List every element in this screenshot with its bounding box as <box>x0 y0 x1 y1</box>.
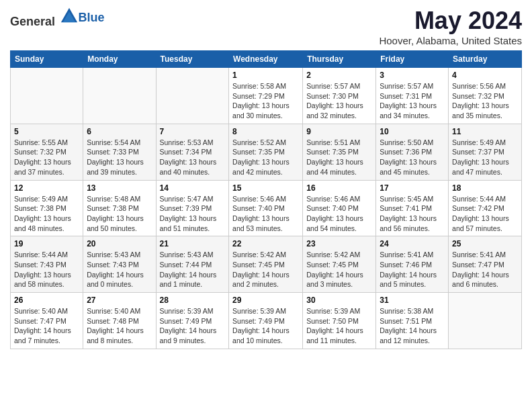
day-number: 31 <box>380 295 445 305</box>
logo: General Blue <box>10 7 105 29</box>
weekday-header: Monday <box>83 51 156 68</box>
day-info: Sunrise: 5:55 AMSunset: 7:32 PMDaylight:… <box>14 138 79 177</box>
weekday-header: Tuesday <box>156 51 229 68</box>
day-number: 7 <box>160 127 226 136</box>
day-info: Sunrise: 5:50 AMSunset: 7:36 PMDaylight:… <box>380 138 445 177</box>
day-number: 23 <box>306 239 372 248</box>
day-number: 2 <box>306 71 372 80</box>
calendar-day-cell: 23Sunrise: 5:42 AMSunset: 7:45 PMDayligh… <box>303 236 376 293</box>
weekday-header: Saturday <box>449 51 522 68</box>
calendar-day-cell: 11Sunrise: 5:49 AMSunset: 7:37 PMDayligh… <box>449 124 522 180</box>
page-header: General Blue May 2024 Hoover, Alabama, U… <box>10 7 522 46</box>
calendar-header-row: SundayMondayTuesdayWednesdayThursdayFrid… <box>11 51 522 68</box>
day-number: 1 <box>232 71 299 80</box>
weekday-header: Thursday <box>303 51 376 68</box>
day-number: 17 <box>380 183 445 193</box>
calendar-day-cell: 12Sunrise: 5:49 AMSunset: 7:38 PMDayligh… <box>11 180 83 236</box>
day-number: 8 <box>232 127 299 136</box>
calendar-day-cell: 5Sunrise: 5:55 AMSunset: 7:32 PMDaylight… <box>11 124 83 180</box>
location: Hoover, Alabama, United States <box>379 35 522 46</box>
day-info: Sunrise: 5:46 AMSunset: 7:40 PMDaylight:… <box>306 194 372 234</box>
day-info: Sunrise: 5:39 AMSunset: 7:50 PMDaylight:… <box>306 306 372 346</box>
day-number: 28 <box>160 295 226 305</box>
calendar-day-cell: 21Sunrise: 5:43 AMSunset: 7:44 PMDayligh… <box>156 236 229 293</box>
day-info: Sunrise: 5:40 AMSunset: 7:47 PMDaylight:… <box>14 306 79 346</box>
calendar-week-row: 12Sunrise: 5:49 AMSunset: 7:38 PMDayligh… <box>11 180 522 236</box>
calendar-day-cell: 19Sunrise: 5:44 AMSunset: 7:43 PMDayligh… <box>11 236 83 293</box>
day-number: 14 <box>160 183 226 193</box>
day-number: 15 <box>232 183 299 193</box>
day-info: Sunrise: 5:44 AMSunset: 7:43 PMDaylight:… <box>14 250 79 289</box>
day-number: 6 <box>87 127 152 136</box>
month-title: May 2024 <box>379 7 522 35</box>
day-number: 27 <box>87 295 152 305</box>
day-number: 18 <box>452 183 518 193</box>
day-info: Sunrise: 5:47 AMSunset: 7:39 PMDaylight:… <box>160 194 226 234</box>
calendar-day-cell: 3Sunrise: 5:57 AMSunset: 7:31 PMDaylight… <box>376 68 449 124</box>
calendar-day-cell: 2Sunrise: 5:57 AMSunset: 7:30 PMDaylight… <box>303 68 376 124</box>
calendar-day-cell: 28Sunrise: 5:39 AMSunset: 7:49 PMDayligh… <box>156 293 229 349</box>
day-number: 26 <box>14 295 79 305</box>
day-number: 20 <box>87 239 152 248</box>
day-info: Sunrise: 5:43 AMSunset: 7:44 PMDaylight:… <box>160 250 226 289</box>
day-info: Sunrise: 5:42 AMSunset: 7:45 PMDaylight:… <box>306 250 372 289</box>
calendar-day-cell: 26Sunrise: 5:40 AMSunset: 7:47 PMDayligh… <box>11 293 83 349</box>
day-number: 16 <box>306 183 372 193</box>
calendar-day-cell: 18Sunrise: 5:44 AMSunset: 7:42 PMDayligh… <box>449 180 522 236</box>
day-info: Sunrise: 5:57 AMSunset: 7:30 PMDaylight:… <box>306 81 372 121</box>
calendar-day-cell: 8Sunrise: 5:52 AMSunset: 7:35 PMDaylight… <box>229 124 303 180</box>
day-info: Sunrise: 5:40 AMSunset: 7:48 PMDaylight:… <box>87 306 152 346</box>
calendar-week-row: 26Sunrise: 5:40 AMSunset: 7:47 PMDayligh… <box>11 293 522 349</box>
day-number: 24 <box>380 239 445 248</box>
day-number: 29 <box>232 295 299 305</box>
day-number: 12 <box>14 183 79 193</box>
calendar-day-cell <box>11 68 83 124</box>
calendar-day-cell <box>83 68 156 124</box>
day-number: 5 <box>14 127 79 136</box>
calendar-day-cell: 16Sunrise: 5:46 AMSunset: 7:40 PMDayligh… <box>303 180 376 236</box>
day-info: Sunrise: 5:51 AMSunset: 7:35 PMDaylight:… <box>306 138 372 177</box>
calendar-day-cell: 6Sunrise: 5:54 AMSunset: 7:33 PMDaylight… <box>83 124 156 180</box>
day-number: 21 <box>160 239 226 248</box>
calendar-day-cell: 22Sunrise: 5:42 AMSunset: 7:45 PMDayligh… <box>229 236 303 293</box>
day-number: 11 <box>452 127 518 136</box>
weekday-header: Sunday <box>11 51 83 68</box>
weekday-header: Friday <box>376 51 449 68</box>
day-info: Sunrise: 5:39 AMSunset: 7:49 PMDaylight:… <box>232 306 299 346</box>
day-info: Sunrise: 5:49 AMSunset: 7:37 PMDaylight:… <box>452 138 518 177</box>
calendar-day-cell: 27Sunrise: 5:40 AMSunset: 7:48 PMDayligh… <box>83 293 156 349</box>
calendar-day-cell: 29Sunrise: 5:39 AMSunset: 7:49 PMDayligh… <box>229 293 303 349</box>
day-number: 25 <box>452 239 518 248</box>
calendar-day-cell: 30Sunrise: 5:39 AMSunset: 7:50 PMDayligh… <box>303 293 376 349</box>
calendar-day-cell: 7Sunrise: 5:53 AMSunset: 7:34 PMDaylight… <box>156 124 229 180</box>
day-number: 22 <box>232 239 299 248</box>
calendar-week-row: 5Sunrise: 5:55 AMSunset: 7:32 PMDaylight… <box>11 124 522 180</box>
calendar-table: SundayMondayTuesdayWednesdayThursdayFrid… <box>10 50 522 349</box>
day-info: Sunrise: 5:52 AMSunset: 7:35 PMDaylight:… <box>232 138 299 177</box>
day-info: Sunrise: 5:39 AMSunset: 7:49 PMDaylight:… <box>160 306 226 346</box>
title-block: May 2024 Hoover, Alabama, United States <box>379 7 522 46</box>
day-number: 10 <box>380 127 445 136</box>
calendar-day-cell: 24Sunrise: 5:41 AMSunset: 7:46 PMDayligh… <box>376 236 449 293</box>
logo-icon <box>60 7 79 26</box>
day-info: Sunrise: 5:49 AMSunset: 7:38 PMDaylight:… <box>14 194 79 234</box>
weekday-header: Wednesday <box>229 51 303 68</box>
day-info: Sunrise: 5:54 AMSunset: 7:33 PMDaylight:… <box>87 138 152 177</box>
calendar-day-cell <box>156 68 229 124</box>
calendar-day-cell: 10Sunrise: 5:50 AMSunset: 7:36 PMDayligh… <box>376 124 449 180</box>
day-info: Sunrise: 5:53 AMSunset: 7:34 PMDaylight:… <box>160 138 226 177</box>
calendar-day-cell: 20Sunrise: 5:43 AMSunset: 7:43 PMDayligh… <box>83 236 156 293</box>
day-info: Sunrise: 5:38 AMSunset: 7:51 PMDaylight:… <box>380 306 445 346</box>
day-info: Sunrise: 5:57 AMSunset: 7:31 PMDaylight:… <box>380 81 445 121</box>
day-number: 13 <box>87 183 152 193</box>
day-number: 19 <box>14 239 79 248</box>
day-number: 30 <box>306 295 372 305</box>
day-info: Sunrise: 5:48 AMSunset: 7:38 PMDaylight:… <box>87 194 152 234</box>
day-info: Sunrise: 5:45 AMSunset: 7:41 PMDaylight:… <box>380 194 445 234</box>
day-info: Sunrise: 5:41 AMSunset: 7:47 PMDaylight:… <box>452 250 518 289</box>
calendar-week-row: 1Sunrise: 5:58 AMSunset: 7:29 PMDaylight… <box>11 68 522 124</box>
logo-blue: Blue <box>79 11 105 24</box>
logo-general: General <box>10 15 55 28</box>
calendar-day-cell: 9Sunrise: 5:51 AMSunset: 7:35 PMDaylight… <box>303 124 376 180</box>
calendar-day-cell: 14Sunrise: 5:47 AMSunset: 7:39 PMDayligh… <box>156 180 229 236</box>
